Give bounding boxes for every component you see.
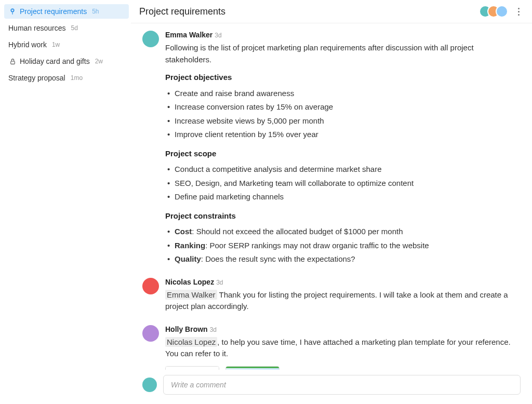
svg-rect-2 [10, 61, 15, 63]
comment-author[interactable]: Emma Walker [165, 31, 212, 39]
attachment-image[interactable]: Marketing-stra... Proof this file 2h [225, 366, 280, 370]
sidebar-item-strategy-proposal[interactable]: Strategy proposal 1mo [4, 71, 129, 85]
sidebar-item-time: 5d [71, 24, 78, 32]
avatar [142, 378, 157, 392]
comment-time: 3d [210, 326, 217, 333]
lock-icon [8, 57, 17, 65]
section-heading: Project objectives [165, 72, 521, 84]
comment-time: 3d [215, 32, 221, 39]
list-item: Conduct a competitive analysis and deter… [175, 163, 521, 177]
page-title: Project requirements [139, 6, 225, 17]
sidebar-item-hybrid-work[interactable]: Hybrid work 1w [4, 37, 129, 52]
list-item: SEO, Design, and Marketing team will col… [175, 177, 521, 191]
pin-icon [8, 7, 17, 16]
avatar[interactable] [142, 31, 159, 47]
comment-body: Nicolas Lopez, to help you save time, I … [165, 336, 521, 370]
comment-thread: Emma Walker 3d Following is the list of … [131, 23, 532, 370]
comment: Emma Walker 3d Following is the list of … [142, 31, 521, 268]
attachments: Marketing-plan... Proof this file 2h [165, 366, 521, 370]
list-item: Increase website views by 5,000 per mont… [175, 114, 521, 128]
sidebar-item-time: 1mo [71, 74, 83, 82]
sidebar-item-human-resources[interactable]: Human resources 5d [4, 21, 129, 35]
sidebar-item-label: Human resources [8, 24, 66, 32]
list-item: Quality: Does the result sync with the e… [175, 252, 521, 266]
sidebar-item-label: Hybrid work [8, 41, 47, 49]
sidebar-item-label: Holiday card and gifts [20, 57, 90, 65]
sidebar-item-time: 5h [92, 8, 99, 15]
section-heading: Project scope [165, 148, 521, 160]
list-item: Create and raise brand awareness [175, 87, 521, 101]
comment-body: Emma Walker Thank you for listing the pr… [165, 289, 521, 313]
comment-author[interactable]: Holly Brown [165, 325, 208, 333]
avatar[interactable] [142, 325, 159, 342]
sidebar-item-label: Strategy proposal [8, 74, 65, 82]
list-item: Cost: Should not exceed the allocated bu… [175, 225, 521, 239]
sidebar-item-holiday[interactable]: Holiday card and gifts 2w [4, 54, 129, 69]
sidebar-item-project-requirements[interactable]: Project requirements 5h [4, 4, 129, 19]
list-item: Increase conversion rates by 15% on aver… [175, 100, 521, 114]
comment-text: , to help you save time, I have attached… [165, 338, 511, 358]
comment-time: 3d [216, 279, 223, 286]
comment-body: Following is the list of projcet marketi… [165, 42, 521, 266]
list-item: Define paid marketing channels [175, 190, 521, 204]
sidebar-item-time: 1w [52, 41, 60, 48]
avatar[interactable] [496, 5, 508, 18]
participant-avatars[interactable] [479, 5, 508, 18]
comment: Nicolas Lopez 3d Emma Walker Thank you f… [142, 278, 521, 316]
sidebar-item-time: 2w [95, 58, 103, 65]
mention[interactable]: Nicolas Lopez [165, 337, 217, 347]
section-heading: Project constraints [165, 210, 521, 222]
list-item: Ranking: Poor SERP rankings may not draw… [175, 239, 521, 253]
comment-composer [131, 370, 532, 404]
mention[interactable]: Emma Walker [165, 290, 217, 300]
sidebar-item-label: Project requirements [20, 7, 87, 16]
comment: Holly Brown 3d Nicolas Lopez, to help yo… [142, 325, 521, 370]
sidebar: Project requirements 5h Human resources … [0, 0, 131, 404]
comment-input[interactable] [163, 375, 521, 395]
comment-author[interactable]: Nicolas Lopez [165, 278, 214, 286]
image-thumbnail [226, 367, 279, 370]
comment-text: Thank you for listing the project requir… [165, 290, 508, 311]
avatar[interactable] [142, 278, 159, 294]
attachment-pdf[interactable]: Marketing-plan... Proof this file 2h [165, 366, 219, 370]
list-item: Improve client retention by 15% over yea… [175, 128, 521, 142]
comment-text: Following is the list of projcet marketi… [165, 42, 521, 65]
more-options-icon[interactable] [513, 6, 524, 17]
main-content: Project requirements Emma Walker 3 [131, 0, 532, 404]
header: Project requirements [131, 0, 532, 23]
